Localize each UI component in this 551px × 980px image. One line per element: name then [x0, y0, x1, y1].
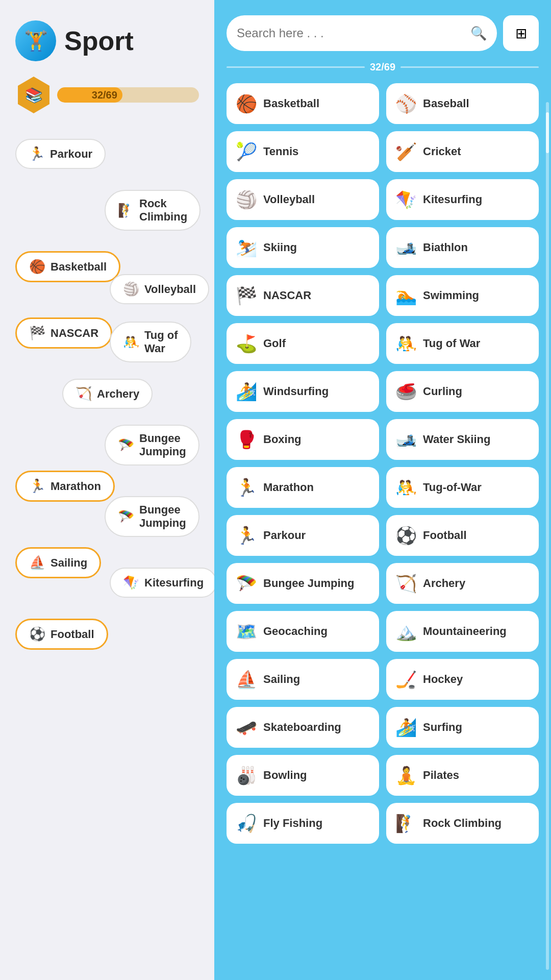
bubble-football[interactable]: ⚽ Football — [15, 619, 108, 650]
sport-card-curling[interactable]: 🥌 Curling — [386, 371, 539, 412]
sport-card-mountaineering[interactable]: 🏔️ Mountaineering — [386, 611, 539, 652]
tug-of-war-label: Tug ofWar — [144, 329, 178, 355]
progress-text: 32/69 — [92, 89, 117, 101]
app-title: Sport — [64, 26, 134, 56]
bungee1-label: BungeeJumping — [139, 432, 186, 458]
sport-icon-biathlon: 🎿 — [395, 237, 417, 258]
sport-icon-sailing: ⛵ — [236, 669, 257, 690]
football-label: Football — [51, 628, 94, 641]
sport-card-fly-fishing[interactable]: 🎣 Fly Fishing — [227, 803, 379, 844]
bubble-nascar[interactable]: 🏁 NASCAR — [15, 317, 112, 349]
football-icon: ⚽ — [29, 626, 45, 642]
bubble-sailing[interactable]: ⛵ Sailing — [15, 547, 101, 578]
sport-icon-swimming: 🏊 — [395, 285, 417, 306]
sport-name-cricket: Cricket — [423, 145, 461, 158]
bubble-parkour[interactable]: 🏃 Parkour — [15, 139, 106, 169]
sport-name-swimming: Swimming — [423, 289, 479, 302]
app-container: 🏋️ Sport 📚 32/69 🏃 Parkour 🧗 RockClimbin… — [0, 0, 551, 980]
sport-name-nascar: NASCAR — [263, 289, 311, 302]
sport-icon-archery: 🏹 — [395, 573, 417, 594]
bubble-archery[interactable]: 🏹 Archery — [62, 379, 153, 409]
archery-label: Archery — [97, 387, 139, 401]
sport-name-bowling: Bowling — [263, 769, 307, 782]
sport-card-sailing[interactable]: ⛵ Sailing — [227, 659, 379, 700]
sport-card-kitesurfing[interactable]: 🪁 Kitesurfing — [386, 179, 539, 220]
sport-card-tug-of-war[interactable]: 🤼 Tug of War — [386, 323, 539, 364]
bubble-marathon[interactable]: 🏃 Marathon — [15, 471, 115, 502]
bubble-rock-climbing[interactable]: 🧗 RockClimbing — [105, 190, 201, 231]
sport-card-golf[interactable]: ⛳ Golf — [227, 323, 379, 364]
bungee1-icon: 🪂 — [118, 437, 134, 453]
sport-card-tennis[interactable]: 🎾 Tennis — [227, 131, 379, 172]
sport-card-cricket[interactable]: 🏏 Cricket — [386, 131, 539, 172]
sport-icon-volleyball: 🏐 — [236, 189, 257, 210]
sport-name-archery: Archery — [423, 577, 465, 590]
sport-card-tug-of-war2[interactable]: 🤼 Tug-of-War — [386, 467, 539, 508]
sport-name-volleyball: Volleyball — [263, 193, 315, 206]
basketball-label: Basketball — [51, 260, 107, 274]
filter-icon: ⊞ — [515, 25, 527, 42]
sport-icon-fly-fishing: 🎣 — [236, 813, 257, 834]
sport-name-mountaineering: Mountaineering — [423, 625, 507, 638]
sport-name-tug-of-war2: Tug-of-War — [423, 481, 482, 494]
sport-name-tug-of-war: Tug of War — [423, 337, 480, 350]
progress-indicator: 32/69 — [227, 61, 539, 73]
filter-button[interactable]: ⊞ — [503, 15, 539, 51]
bubble-bungee2[interactable]: 🪂 BungeeJumping — [105, 496, 199, 537]
sport-icon-kitesurfing: 🪁 — [395, 189, 417, 210]
sport-card-bungee-jumping[interactable]: 🪂 Bungee Jumping — [227, 563, 379, 604]
volleyball-icon: 🏐 — [123, 281, 139, 297]
sport-card-skiing[interactable]: ⛷️ Skiing — [227, 227, 379, 268]
rock-climbing-icon: 🧗 — [118, 203, 134, 218]
sport-card-swimming[interactable]: 🏊 Swimming — [386, 275, 539, 316]
sport-icon-windsurfing: 🏄 — [236, 381, 257, 402]
sport-icon-bowling: 🎳 — [236, 765, 257, 786]
tug-of-war-icon: 🤼 — [123, 334, 139, 350]
sport-card-rock-climbing[interactable]: 🧗 Rock Climbing — [386, 803, 539, 844]
sport-card-parkour[interactable]: 🏃 Parkour — [227, 515, 379, 556]
sport-icon-water-skiing: 🎿 — [395, 429, 417, 450]
bubble-volleyball[interactable]: 🏐 Volleyball — [110, 274, 209, 304]
volleyball-label: Volleyball — [144, 283, 196, 296]
sport-card-boxing[interactable]: 🥊 Boxing — [227, 419, 379, 460]
archery-icon: 🏹 — [76, 386, 92, 402]
sport-card-pilates[interactable]: 🧘 Pilates — [386, 755, 539, 796]
sport-name-basketball: Basketball — [263, 97, 319, 110]
sport-name-geocaching: Geocaching — [263, 625, 328, 638]
search-input-wrapper[interactable]: 🔍 — [227, 15, 497, 51]
sport-card-football[interactable]: ⚽ Football — [386, 515, 539, 556]
sport-card-volleyball[interactable]: 🏐 Volleyball — [227, 179, 379, 220]
app-icon: 🏋️ — [15, 20, 56, 61]
sport-card-basketball[interactable]: 🏀 Basketball — [227, 83, 379, 124]
sport-icon-cricket: 🏏 — [395, 141, 417, 162]
sport-card-baseball[interactable]: ⚾ Baseball — [386, 83, 539, 124]
sport-card-skateboarding[interactable]: 🛹 Skateboarding — [227, 707, 379, 748]
bubble-basketball[interactable]: 🏀 Basketball — [15, 251, 120, 282]
sport-icon-tug-of-war: 🤼 — [395, 333, 417, 354]
sport-name-sailing: Sailing — [263, 673, 300, 686]
sport-icon-hockey: 🏒 — [395, 669, 417, 690]
sport-card-water-skiing[interactable]: 🎿 Water Skiing — [386, 419, 539, 460]
bubble-tug-of-war[interactable]: 🤼 Tug ofWar — [110, 322, 191, 362]
sport-icon-curling: 🥌 — [395, 381, 417, 402]
sport-name-kitesurfing: Kitesurfing — [423, 193, 482, 206]
sport-card-hockey[interactable]: 🏒 Hockey — [386, 659, 539, 700]
sport-card-biathlon[interactable]: 🎿 Biathlon — [386, 227, 539, 268]
scrollbar-track[interactable] — [546, 102, 549, 970]
bubble-bungee1[interactable]: 🪂 BungeeJumping — [105, 425, 199, 465]
sport-card-marathon[interactable]: 🏃 Marathon — [227, 467, 379, 508]
sport-card-bowling[interactable]: 🎳 Bowling — [227, 755, 379, 796]
sport-name-skiing: Skiing — [263, 241, 297, 254]
bubble-kitesurfing[interactable]: 🪁 Kitesurfing — [110, 568, 217, 598]
progress-bar-container: 📚 32/69 — [15, 77, 199, 113]
sport-card-archery[interactable]: 🏹 Archery — [386, 563, 539, 604]
scrollbar-thumb[interactable] — [546, 112, 549, 153]
sport-card-windsurfing[interactable]: 🏄 Windsurfing — [227, 371, 379, 412]
search-input[interactable] — [237, 26, 470, 40]
sport-card-nascar[interactable]: 🏁 NASCAR — [227, 275, 379, 316]
sport-icon-skateboarding: 🛹 — [236, 717, 257, 738]
sport-name-pilates: Pilates — [423, 769, 459, 782]
sport-card-geocaching[interactable]: 🗺️ Geocaching — [227, 611, 379, 652]
sport-card-surfing[interactable]: 🏄 Surfing — [386, 707, 539, 748]
sport-name-bungee-jumping: Bungee Jumping — [263, 577, 354, 590]
